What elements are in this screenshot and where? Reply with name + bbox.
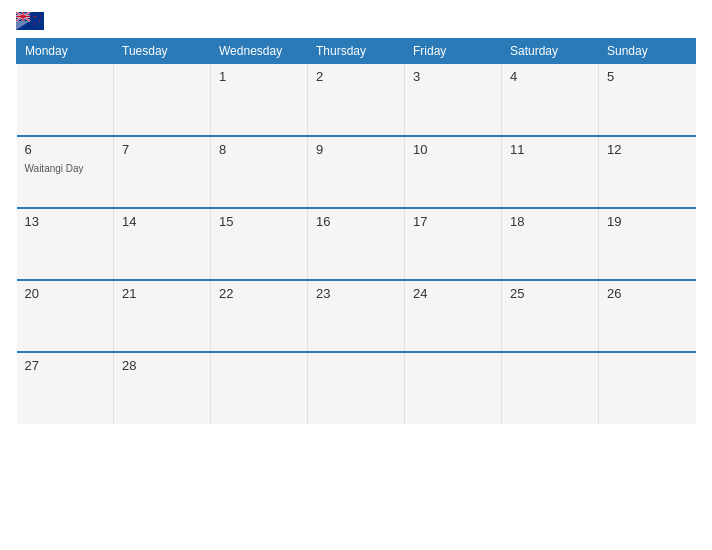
calendar-cell: 20 (17, 280, 114, 352)
calendar-cell (114, 64, 211, 136)
day-number: 27 (25, 358, 106, 373)
calendar-cell: 7 (114, 136, 211, 208)
calendar-cell: 28 (114, 352, 211, 424)
day-number: 28 (122, 358, 202, 373)
day-number: 5 (607, 69, 688, 84)
svg-text:★: ★ (38, 19, 41, 23)
calendar-cell: 6Waitangi Day (17, 136, 114, 208)
calendar-cell (405, 352, 502, 424)
day-number: 14 (122, 214, 202, 229)
svg-text:★: ★ (33, 14, 37, 19)
calendar-cell (502, 352, 599, 424)
calendar-cell: 12 (599, 136, 696, 208)
calendar-week-row: 13141516171819 (17, 208, 696, 280)
calendar-cell: 1 (211, 64, 308, 136)
day-number: 2 (316, 69, 396, 84)
day-number: 21 (122, 286, 202, 301)
day-of-week-header: Sunday (599, 39, 696, 64)
day-number: 8 (219, 142, 299, 157)
day-of-week-header: Saturday (502, 39, 599, 64)
day-number: 4 (510, 69, 590, 84)
calendar-week-row: 2728 (17, 352, 696, 424)
day-number: 11 (510, 142, 590, 157)
calendar-cell: 19 (599, 208, 696, 280)
day-number: 17 (413, 214, 493, 229)
calendar-week-row: 20212223242526 (17, 280, 696, 352)
calendar-cell: 4 (502, 64, 599, 136)
day-of-week-header: Friday (405, 39, 502, 64)
day-number: 19 (607, 214, 688, 229)
calendar-cell: 21 (114, 280, 211, 352)
calendar-cell: 3 (405, 64, 502, 136)
day-of-week-header: Tuesday (114, 39, 211, 64)
day-number: 26 (607, 286, 688, 301)
calendar-cell (211, 352, 308, 424)
day-number: 22 (219, 286, 299, 301)
day-of-week-header: Wednesday (211, 39, 308, 64)
calendar-cell: 17 (405, 208, 502, 280)
calendar-cell: 15 (211, 208, 308, 280)
day-number: 13 (25, 214, 106, 229)
svg-text:★: ★ (39, 14, 42, 18)
day-number: 15 (219, 214, 299, 229)
day-number: 3 (413, 69, 493, 84)
day-number: 10 (413, 142, 493, 157)
calendar-header: ★ ★ ★ ★ (16, 12, 696, 30)
nz-flag-icon: ★ ★ ★ ★ (16, 12, 44, 30)
calendar-page: ★ ★ ★ ★ MondayTuesdayWednesdayThursdayFr… (0, 0, 712, 550)
calendar-cell: 14 (114, 208, 211, 280)
day-number: 12 (607, 142, 688, 157)
day-number: 16 (316, 214, 396, 229)
calendar-cell: 11 (502, 136, 599, 208)
calendar-week-row: 6Waitangi Day789101112 (17, 136, 696, 208)
calendar-cell: 23 (308, 280, 405, 352)
calendar-cell: 18 (502, 208, 599, 280)
day-number: 1 (219, 69, 299, 84)
calendar-cell (308, 352, 405, 424)
day-number: 20 (25, 286, 106, 301)
calendar-table: MondayTuesdayWednesdayThursdayFridaySatu… (16, 38, 696, 424)
calendar-cell: 8 (211, 136, 308, 208)
calendar-cell: 25 (502, 280, 599, 352)
calendar-cell: 16 (308, 208, 405, 280)
day-number: 25 (510, 286, 590, 301)
calendar-cell: 26 (599, 280, 696, 352)
day-number: 24 (413, 286, 493, 301)
calendar-cell: 5 (599, 64, 696, 136)
day-number: 6 (25, 142, 106, 157)
calendar-cell: 9 (308, 136, 405, 208)
day-number: 18 (510, 214, 590, 229)
calendar-cell: 10 (405, 136, 502, 208)
calendar-cell: 13 (17, 208, 114, 280)
day-number: 7 (122, 142, 202, 157)
day-number: 9 (316, 142, 396, 157)
calendar-header-row: MondayTuesdayWednesdayThursdayFridaySatu… (17, 39, 696, 64)
calendar-cell: 27 (17, 352, 114, 424)
day-of-week-header: Thursday (308, 39, 405, 64)
logo: ★ ★ ★ ★ (16, 12, 48, 30)
calendar-cell (599, 352, 696, 424)
holiday-label: Waitangi Day (25, 163, 84, 174)
calendar-cell: 24 (405, 280, 502, 352)
svg-text:★: ★ (33, 22, 36, 26)
calendar-cell: 22 (211, 280, 308, 352)
calendar-cell: 2 (308, 64, 405, 136)
day-of-week-header: Monday (17, 39, 114, 64)
calendar-week-row: 12345 (17, 64, 696, 136)
day-number: 23 (316, 286, 396, 301)
calendar-cell (17, 64, 114, 136)
